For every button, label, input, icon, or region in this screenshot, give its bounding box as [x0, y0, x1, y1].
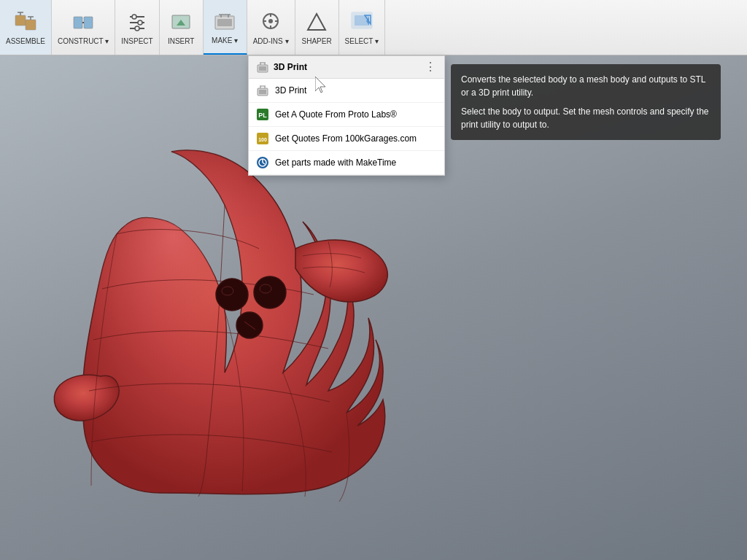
svg-point-14: [135, 26, 139, 31]
toolbar-group-construct[interactable]: CONSTRUCT ▾: [52, 0, 115, 55]
svg-rect-40: [259, 66, 266, 71]
dropdown-item-maketime[interactable]: Get parts made with MakeTime: [249, 151, 444, 175]
svg-point-34: [254, 276, 286, 308]
svg-rect-18: [217, 19, 232, 26]
make-icon: [212, 9, 238, 35]
select-label: SELECT ▾: [345, 37, 379, 45]
svg-rect-6: [74, 17, 82, 28]
make-dropdown-menu: 3D Print ⋮ 3D Print PL Get A Quote From …: [248, 55, 445, 176]
toolbar-group-select[interactable]: SELECT ▾: [339, 0, 386, 55]
3dprint-item-icon: [256, 84, 269, 97]
addins-label: ADD-INS ▾: [253, 37, 289, 45]
model-3d: [44, 114, 452, 537]
inspect-label: INSPECT: [121, 37, 152, 45]
100kgarages-icon: 100: [256, 132, 269, 145]
dropdown-more-button[interactable]: ⋮: [425, 61, 437, 73]
toolbar-group-addins[interactable]: ADD-INS ▾: [247, 0, 295, 55]
shaper-icon: [303, 9, 330, 36]
svg-point-11: [132, 15, 136, 19]
protolabs-item-label: Get A Quote From Proto Labs®: [275, 109, 397, 120]
svg-text:100: 100: [258, 137, 267, 142]
make-label: MAKE ▾: [212, 36, 238, 44]
3dprint-header-icon: [256, 61, 269, 74]
inspect-icon: [124, 9, 150, 36]
svg-point-12: [138, 20, 142, 25]
select-icon: [349, 9, 375, 36]
svg-text:PL: PL: [258, 112, 267, 119]
svg-rect-0: [15, 15, 26, 26]
construct-label: CONSTRUCT ▾: [58, 37, 109, 45]
tooltip-body2: Select the body to output. Set the mesh …: [461, 105, 711, 131]
svg-point-33: [216, 279, 248, 311]
shaper-label: SHAPER: [301, 37, 331, 45]
svg-point-23: [268, 19, 273, 23]
maketime-icon: [256, 156, 269, 169]
svg-marker-28: [308, 14, 325, 30]
toolbar-group-assemble[interactable]: ASSEMBLE: [0, 0, 52, 55]
toolbar-group-inspect[interactable]: INSPECT: [115, 0, 159, 55]
dropdown-header: 3D Print ⋮: [249, 56, 444, 79]
dropdown-item-3dprint[interactable]: 3D Print: [249, 79, 444, 103]
insert-label: INSERT: [168, 37, 195, 45]
protolabs-icon: PL: [256, 108, 269, 121]
toolbar-group-insert[interactable]: INSERT: [160, 0, 204, 55]
dropdown-header-left: 3D Print: [256, 61, 307, 74]
addins-icon: [258, 9, 284, 36]
maketime-item-label: Get parts made with MakeTime: [275, 158, 396, 168]
toolbar-group-shaper[interactable]: SHAPER: [295, 0, 339, 55]
3dprint-header-label: 3D Print: [274, 62, 307, 72]
svg-rect-1: [26, 20, 36, 30]
3dprint-item-label: 3D Print: [275, 85, 306, 96]
assemble-label: ASSEMBLE: [6, 37, 45, 45]
toolbar-group-make[interactable]: MAKE ▾: [204, 0, 247, 55]
100kgarages-item-label: Get Quotes From 100kGarages.com: [275, 133, 417, 144]
construct-icon: [70, 9, 96, 36]
dropdown-item-protolabs[interactable]: PL Get A Quote From Proto Labs®: [249, 103, 444, 127]
toolbar: ASSEMBLE CONSTRUCT ▾ INSPECT: [0, 0, 747, 55]
dropdown-item-100kgarages[interactable]: 100 Get Quotes From 100kGarages.com: [249, 127, 444, 151]
tooltip-panel: Converts the selected body to a mesh bod…: [451, 64, 721, 140]
insert-icon: [168, 9, 194, 36]
svg-rect-45: [259, 90, 266, 94]
tooltip-body1: Converts the selected body to a mesh bod…: [461, 73, 711, 99]
assemble-icon: [12, 9, 39, 36]
svg-rect-7: [84, 17, 93, 28]
